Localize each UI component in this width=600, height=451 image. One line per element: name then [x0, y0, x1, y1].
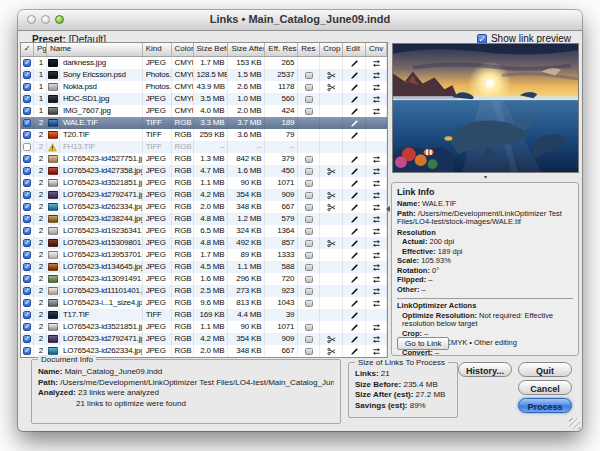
row-checkbox[interactable]: ✓	[23, 311, 31, 319]
row-checkbox[interactable]: ✓	[23, 59, 31, 67]
resize-grip[interactable]	[569, 418, 580, 429]
row-checkbox[interactable]: ✓	[23, 215, 31, 223]
row-checkbox[interactable]: ✓	[23, 131, 31, 139]
preview-resize-handle[interactable]: ▾	[484, 175, 490, 180]
row-checkbox[interactable]: ✓	[23, 335, 31, 343]
table-row[interactable]: ✓2LO765423-id19236341.jpgJPEGRGB6.5 MB32…	[21, 225, 387, 237]
table-row[interactable]: ✓2LO765423-i...1_size4.jpgJPEGRGB9.6 MB8…	[21, 297, 387, 309]
row-checkbox[interactable]: ✓	[23, 263, 31, 271]
table-row[interactable]: ✓2LO765423-id2792471.jpgJPEGRGB4.2 MB354…	[21, 189, 387, 201]
cell-kind: JPEG	[143, 321, 172, 333]
row-checkbox-cell[interactable]	[21, 141, 34, 153]
row-checkbox[interactable]: ✓	[23, 71, 31, 79]
row-checkbox[interactable]: ✓	[23, 299, 31, 307]
row-checkbox[interactable]: ✓	[23, 191, 31, 199]
cell-cnv	[366, 225, 387, 237]
table-row[interactable]: ✓2LO765423-id13953701.jpgJPEGRGB1.7 MB89…	[21, 249, 387, 261]
row-checkbox-cell[interactable]: ✓	[21, 117, 34, 129]
column-header--[interactable]: ✓	[21, 43, 34, 56]
table-row[interactable]: ✓2LO765423-id238244.jpgJPEGRGB4.8 MB1.2 …	[21, 213, 387, 225]
table-row[interactable]: ✓1darkness.jpgJPEGCMYK1.7 MB153 KB265	[21, 57, 387, 69]
table-row[interactable]: ✓2WALE.TIFTIFFRGB3.3 MB3.7 MB189	[21, 117, 387, 129]
row-checkbox-cell[interactable]: ✓	[21, 345, 34, 357]
row-checkbox-cell[interactable]: ✓	[21, 177, 34, 189]
column-header-size-before[interactable]: Size Before	[194, 43, 229, 56]
column-header-color[interactable]: Color	[172, 43, 194, 56]
table-row[interactable]: ✓2LO765423-id13091491.jpgJPEGRGB1.6 MB29…	[21, 273, 387, 285]
panel-splitter-arrow[interactable]	[386, 206, 390, 212]
column-header-eff-res[interactable]: Eff. Res	[265, 43, 298, 56]
row-checkbox[interactable]: ✓	[23, 227, 31, 235]
cancel-button[interactable]: Cancel	[518, 380, 572, 395]
row-checkbox[interactable]: ✓	[23, 95, 31, 103]
table-row[interactable]: ✓1Sony Ericsson.psdPhotos...CMYK128.5 MB…	[21, 69, 387, 81]
row-checkbox[interactable]: ✓	[23, 107, 31, 115]
row-checkbox[interactable]: ✓	[23, 167, 31, 175]
row-checkbox[interactable]: ✓	[23, 275, 31, 283]
row-checkbox-cell[interactable]: ✓	[21, 261, 34, 273]
table-row[interactable]: ✓2LO765423-id2792471.jpgJPEGRGB4.2 MB354…	[21, 333, 387, 345]
row-checkbox-cell[interactable]: ✓	[21, 285, 34, 297]
row-checkbox[interactable]: ✓	[23, 239, 31, 247]
table-row[interactable]: ✓2LO765423-id134645.jpgJPEGRGB4.5 MB1.1 …	[21, 261, 387, 273]
crop-scissors-icon	[327, 335, 336, 344]
row-checkbox-cell[interactable]: ✓	[21, 201, 34, 213]
column-header-edit[interactable]: Edit	[343, 43, 366, 56]
table-row[interactable]: ✓1Nokia.psdPhotos...CMYK43.9 MB2.6 MB117…	[21, 81, 387, 93]
row-checkbox-cell[interactable]: ✓	[21, 213, 34, 225]
table-row[interactable]: ✓2LO765423-id3521851.jpgJPEGRGB1.1 MB90 …	[21, 321, 387, 333]
table-row[interactable]: ✓1IMG_7607.jpgJPEGCMYK4.0 MB2.0 MB424	[21, 105, 387, 117]
row-checkbox-cell[interactable]: ✓	[21, 81, 34, 93]
row-checkbox[interactable]: ✓	[23, 287, 31, 295]
column-header-kind[interactable]: Kind	[143, 43, 172, 56]
row-checkbox-cell[interactable]: ✓	[21, 189, 34, 201]
row-checkbox[interactable]: ✓	[23, 179, 31, 187]
table-row[interactable]: ✓2LO765423-id4527751.jpgJPEGRGB1.3 MB842…	[21, 153, 387, 165]
row-checkbox-cell[interactable]: ✓	[21, 165, 34, 177]
row-checkbox-cell[interactable]: ✓	[21, 69, 34, 81]
table-row[interactable]: ✓2LO765423-id11101401.jpgJPEGRGB2.5 MB27…	[21, 285, 387, 297]
show-link-preview-checkbox[interactable]: ✓	[477, 34, 487, 44]
history-button[interactable]: History...	[458, 362, 512, 377]
row-checkbox[interactable]: ✓	[23, 323, 31, 331]
column-header-pg[interactable]: Pg	[34, 43, 47, 56]
row-checkbox[interactable]: ✓	[23, 347, 31, 355]
titlebar[interactable]: Links • Main_Catalog_June09.indd	[18, 10, 582, 31]
row-checkbox[interactable]: ✓	[23, 251, 31, 259]
row-checkbox-cell[interactable]: ✓	[21, 309, 34, 321]
row-checkbox[interactable]: ✓	[23, 155, 31, 163]
row-checkbox-cell[interactable]: ✓	[21, 273, 34, 285]
row-checkbox[interactable]	[23, 143, 31, 151]
process-button[interactable]: Process	[518, 398, 572, 413]
row-checkbox-cell[interactable]: ✓	[21, 105, 34, 117]
row-checkbox-cell[interactable]: ✓	[21, 57, 34, 69]
row-checkbox-cell[interactable]: ✓	[21, 333, 34, 345]
quit-button[interactable]: Quit	[518, 362, 572, 377]
column-header-name[interactable]: Name	[47, 43, 143, 56]
go-to-link-button[interactable]: Go to Link	[397, 337, 449, 350]
row-checkbox-cell[interactable]: ✓	[21, 249, 34, 261]
row-checkbox[interactable]: ✓	[23, 119, 31, 127]
table-row[interactable]: ✓2T20.TIFTIFFRGB259 KB3.6 MB79	[21, 129, 387, 141]
column-header-res[interactable]: Res	[298, 43, 320, 56]
row-checkbox[interactable]: ✓	[23, 83, 31, 91]
column-header-cnv[interactable]: Cnv	[366, 43, 387, 56]
column-header-crop[interactable]: Crop	[320, 43, 343, 56]
table-row[interactable]: ✓2LO765423-id427358.jpgJPEGRGB4.7 MB1.6 …	[21, 165, 387, 177]
row-checkbox-cell[interactable]: ✓	[21, 225, 34, 237]
table-row[interactable]: ✓2LO765423-id3521851.jpgJPEGRGB1.1 MB90 …	[21, 177, 387, 189]
row-checkbox-cell[interactable]: ✓	[21, 129, 34, 141]
table-row[interactable]: ✓2T17.TIFTIFFRGB169 KB4.4 MB39	[21, 309, 387, 321]
row-checkbox-cell[interactable]: ✓	[21, 321, 34, 333]
row-checkbox[interactable]: ✓	[23, 203, 31, 211]
table-row[interactable]: ✓1HDC-SD1.jpgJPEGCMYK3.5 MB1.0 MB560	[21, 93, 387, 105]
table-row[interactable]: ✓2LO765423-id262334.jpgJPEGRGB2.0 MB348 …	[21, 201, 387, 213]
table-row[interactable]: ✓2LO765423-id15309801.jpgJPEGRGB4.8 MB49…	[21, 237, 387, 249]
column-header-size-after[interactable]: Size After	[228, 43, 265, 56]
row-checkbox-cell[interactable]: ✓	[21, 297, 34, 309]
row-checkbox-cell[interactable]: ✓	[21, 93, 34, 105]
table-row[interactable]: 2FH13.TIFTIFFRGB–––	[21, 141, 387, 153]
row-checkbox-cell[interactable]: ✓	[21, 153, 34, 165]
cell-eff-res: 923	[265, 285, 298, 297]
row-checkbox-cell[interactable]: ✓	[21, 237, 34, 249]
